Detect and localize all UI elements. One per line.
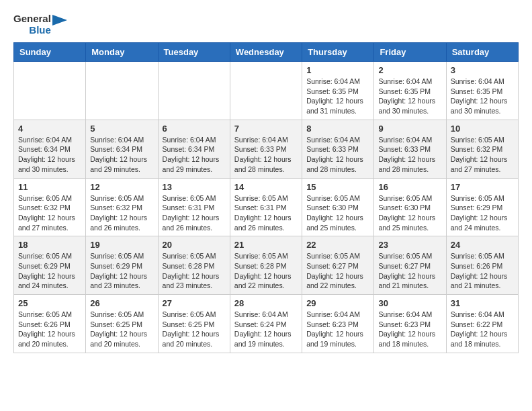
day-info: Sunrise: 6:04 AMSunset: 6:33 PMDaylight:… [306,135,369,175]
day-number: 13 [163,182,226,192]
day-number: 31 [451,298,514,308]
day-info: Sunrise: 6:05 AMSunset: 6:31 PMDaylight:… [163,193,226,233]
calendar-cell: 21Sunrise: 6:05 AMSunset: 6:28 PMDayligh… [230,236,302,295]
logo: General Blue [13,13,67,36]
calendar-table: SundayMondayTuesdayWednesdayThursdayFrid… [13,42,519,353]
calendar-header-wednesday: Wednesday [230,43,302,62]
day-number: 6 [163,124,226,134]
calendar-cell: 18Sunrise: 6:05 AMSunset: 6:29 PMDayligh… [14,236,86,295]
calendar-cell: 25Sunrise: 6:05 AMSunset: 6:26 PMDayligh… [14,295,86,353]
calendar-cell [230,62,302,120]
calendar-header-tuesday: Tuesday [158,43,230,62]
page-header: General Blue [13,13,519,36]
calendar-cell: 17Sunrise: 6:05 AMSunset: 6:29 PMDayligh… [446,178,518,236]
calendar-cell: 31Sunrise: 6:04 AMSunset: 6:22 PMDayligh… [446,295,518,353]
calendar-header-sunday: Sunday [14,43,86,62]
day-info: Sunrise: 6:05 AMSunset: 6:32 PMDaylight:… [18,193,81,233]
day-info: Sunrise: 6:05 AMSunset: 6:29 PMDaylight:… [18,251,81,291]
day-number: 20 [163,240,226,250]
logo-blue-text: Blue [29,25,51,36]
calendar-cell: 23Sunrise: 6:05 AMSunset: 6:27 PMDayligh… [374,236,446,295]
svg-marker-0 [52,15,67,26]
calendar-cell: 27Sunrise: 6:05 AMSunset: 6:25 PMDayligh… [158,295,230,353]
day-number: 3 [451,65,514,75]
day-info: Sunrise: 6:05 AMSunset: 6:27 PMDaylight:… [306,251,369,291]
day-info: Sunrise: 6:05 AMSunset: 6:26 PMDaylight:… [451,251,514,291]
day-number: 21 [234,240,298,250]
day-number: 19 [90,240,153,250]
day-info: Sunrise: 6:04 AMSunset: 6:24 PMDaylight:… [234,310,298,349]
day-info: Sunrise: 6:04 AMSunset: 6:35 PMDaylight:… [451,77,514,116]
logo-flag-icon [52,15,67,35]
day-info: Sunrise: 6:05 AMSunset: 6:28 PMDaylight:… [234,251,298,291]
calendar-week-2: 4Sunrise: 6:04 AMSunset: 6:34 PMDaylight… [14,120,519,178]
day-info: Sunrise: 6:04 AMSunset: 6:33 PMDaylight:… [378,135,441,175]
day-number: 30 [378,298,441,308]
calendar-cell: 11Sunrise: 6:05 AMSunset: 6:32 PMDayligh… [14,178,86,236]
day-info: Sunrise: 6:05 AMSunset: 6:30 PMDaylight:… [306,193,369,233]
day-number: 26 [90,298,153,308]
calendar-cell: 9Sunrise: 6:04 AMSunset: 6:33 PMDaylight… [374,120,446,178]
day-number: 22 [306,240,369,250]
calendar-cell [158,62,230,120]
day-number: 23 [378,240,441,250]
calendar-cell: 13Sunrise: 6:05 AMSunset: 6:31 PMDayligh… [158,178,230,236]
day-info: Sunrise: 6:05 AMSunset: 6:29 PMDaylight:… [451,193,514,233]
calendar-cell: 1Sunrise: 6:04 AMSunset: 6:35 PMDaylight… [302,62,374,120]
day-number: 29 [306,298,369,308]
calendar-week-1: 1Sunrise: 6:04 AMSunset: 6:35 PMDaylight… [14,62,519,120]
calendar-header-monday: Monday [86,43,158,62]
day-info: Sunrise: 6:04 AMSunset: 6:35 PMDaylight:… [378,77,441,116]
calendar-cell: 29Sunrise: 6:04 AMSunset: 6:23 PMDayligh… [302,295,374,353]
calendar-cell: 7Sunrise: 6:04 AMSunset: 6:33 PMDaylight… [230,120,302,178]
calendar-cell: 10Sunrise: 6:05 AMSunset: 6:32 PMDayligh… [446,120,518,178]
calendar-cell [86,62,158,120]
day-number: 14 [234,182,298,192]
day-number: 18 [18,240,81,250]
day-number: 10 [451,124,514,134]
day-info: Sunrise: 6:04 AMSunset: 6:35 PMDaylight:… [306,77,369,116]
calendar-week-4: 18Sunrise: 6:05 AMSunset: 6:29 PMDayligh… [14,236,519,295]
calendar-cell: 26Sunrise: 6:05 AMSunset: 6:25 PMDayligh… [86,295,158,353]
calendar-cell: 19Sunrise: 6:05 AMSunset: 6:29 PMDayligh… [86,236,158,295]
day-number: 9 [378,124,441,134]
calendar-cell: 20Sunrise: 6:05 AMSunset: 6:28 PMDayligh… [158,236,230,295]
day-info: Sunrise: 6:04 AMSunset: 6:23 PMDaylight:… [378,310,441,349]
day-info: Sunrise: 6:05 AMSunset: 6:32 PMDaylight:… [90,193,153,233]
calendar-week-3: 11Sunrise: 6:05 AMSunset: 6:32 PMDayligh… [14,178,519,236]
day-number: 11 [18,182,81,192]
day-info: Sunrise: 6:05 AMSunset: 6:31 PMDaylight:… [234,193,298,233]
day-number: 2 [378,65,441,75]
calendar-header-friday: Friday [374,43,446,62]
calendar-header-row: SundayMondayTuesdayWednesdayThursdayFrid… [14,43,519,62]
day-info: Sunrise: 6:05 AMSunset: 6:25 PMDaylight:… [90,310,153,349]
day-info: Sunrise: 6:05 AMSunset: 6:25 PMDaylight:… [163,310,226,349]
calendar-cell: 22Sunrise: 6:05 AMSunset: 6:27 PMDayligh… [302,236,374,295]
calendar-cell: 28Sunrise: 6:04 AMSunset: 6:24 PMDayligh… [230,295,302,353]
day-info: Sunrise: 6:04 AMSunset: 6:34 PMDaylight:… [163,135,226,175]
calendar-cell: 4Sunrise: 6:04 AMSunset: 6:34 PMDaylight… [14,120,86,178]
calendar-week-5: 25Sunrise: 6:05 AMSunset: 6:26 PMDayligh… [14,295,519,353]
day-number: 17 [451,182,514,192]
day-info: Sunrise: 6:04 AMSunset: 6:23 PMDaylight:… [306,310,369,349]
day-number: 27 [163,298,226,308]
day-number: 1 [306,65,369,75]
calendar-cell: 14Sunrise: 6:05 AMSunset: 6:31 PMDayligh… [230,178,302,236]
calendar-cell: 15Sunrise: 6:05 AMSunset: 6:30 PMDayligh… [302,178,374,236]
calendar-cell: 3Sunrise: 6:04 AMSunset: 6:35 PMDaylight… [446,62,518,120]
day-number: 4 [18,124,81,134]
calendar-header-saturday: Saturday [446,43,518,62]
day-info: Sunrise: 6:04 AMSunset: 6:34 PMDaylight:… [90,135,153,175]
day-number: 16 [378,182,441,192]
day-info: Sunrise: 6:04 AMSunset: 6:22 PMDaylight:… [451,310,514,349]
day-info: Sunrise: 6:05 AMSunset: 6:32 PMDaylight:… [451,135,514,175]
logo-general-text: General [13,13,51,25]
day-number: 12 [90,182,153,192]
calendar-cell: 24Sunrise: 6:05 AMSunset: 6:26 PMDayligh… [446,236,518,295]
day-info: Sunrise: 6:04 AMSunset: 6:34 PMDaylight:… [18,135,81,175]
day-info: Sunrise: 6:05 AMSunset: 6:28 PMDaylight:… [163,251,226,291]
calendar-cell: 30Sunrise: 6:04 AMSunset: 6:23 PMDayligh… [374,295,446,353]
day-number: 28 [234,298,298,308]
day-number: 24 [451,240,514,250]
day-info: Sunrise: 6:05 AMSunset: 6:29 PMDaylight:… [90,251,153,291]
